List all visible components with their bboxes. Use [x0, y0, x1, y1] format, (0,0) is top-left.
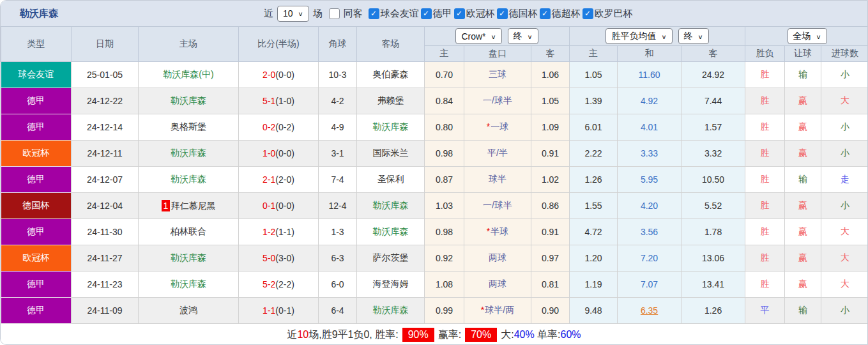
checkbox-checked-icon[interactable]: [421, 8, 432, 19]
handicap-value: 一/球半: [483, 200, 512, 210]
handicap-cell: 平/半: [464, 141, 531, 167]
league-filter-label: 德甲: [433, 8, 452, 20]
header-away: 客场: [357, 27, 425, 62]
league-badge: 欧冠杯: [1, 141, 72, 167]
avg-home-cell: 1.19: [570, 272, 618, 298]
result-handicap-cell: 输: [785, 298, 821, 324]
checkbox-checked-icon[interactable]: [497, 8, 508, 19]
avg-draw-value: 7.07: [641, 279, 658, 289]
checkbox-checked-icon[interactable]: [454, 8, 465, 19]
league-filter[interactable]: 德甲: [421, 8, 452, 20]
asterisk-icon: *: [481, 305, 484, 315]
big-value: 40%: [514, 329, 535, 341]
match-rows: 球会友谊 25-01-05 勒沃库森(中) 2-0(0-0) 10-3 奥伯豪森…: [1, 62, 868, 324]
avg-time-select[interactable]: 终: [678, 28, 709, 44]
checkbox-checked-icon[interactable]: [369, 8, 379, 19]
league-badge: 德甲: [1, 88, 72, 114]
score-cell: 5-2(2-2): [239, 272, 319, 298]
avg-value: 胜平负均值: [611, 31, 656, 42]
avg-select[interactable]: 胜平负均值: [605, 28, 672, 44]
asterisk-icon: *: [487, 121, 490, 132]
full-time-score: 0-1: [263, 201, 275, 211]
period-select[interactable]: 全场: [788, 28, 827, 44]
home-team-cell: 勒沃库森: [139, 88, 239, 114]
home-team: 勒沃库森: [171, 279, 206, 289]
avg-time-value: 终: [684, 31, 693, 42]
league-filter[interactable]: 球会友谊: [369, 8, 419, 20]
home-team-cell: 勒沃库森: [139, 272, 239, 298]
avg-away-cell: 3.32: [681, 141, 745, 167]
away-team: 海登海姆: [373, 279, 409, 289]
match-stats-widget: 勒沃库森 近 10 场 同客 球会友谊 德甲 欧冠杯 德国杯 德超杯 欧罗巴杯: [0, 0, 868, 345]
avg-draw-cell: 3.56: [618, 219, 681, 245]
league-filter[interactable]: 欧冠杯: [454, 8, 495, 20]
odds-home-cell: 0.98: [425, 219, 464, 245]
league-filter-label: 球会友谊: [381, 8, 419, 20]
avg-home-cell: 2.22: [570, 141, 618, 167]
away-team-cell: 奥伯豪森: [357, 62, 425, 88]
result-wl-cell: 胜: [745, 88, 785, 114]
avg-away-cell: 13.06: [681, 245, 745, 272]
score-cell: 2-1(2-0): [239, 167, 319, 193]
checkbox-checked-icon[interactable]: [582, 8, 593, 19]
bookmaker-time-select[interactable]: 终: [508, 28, 538, 44]
team-title: 勒沃库森: [20, 8, 58, 20]
away-team-cell: 海登海姆: [357, 272, 425, 298]
recent-count-select[interactable]: 10: [277, 6, 309, 22]
summary-prefix: 近: [287, 328, 297, 342]
score-cell: 1-0(0-0): [239, 141, 319, 167]
odds-away-cell: 1.09: [531, 114, 570, 141]
result-wl-cell: 胜: [745, 272, 785, 298]
home-team-cell: 1拜仁慕尼黑: [139, 193, 239, 219]
result-wl-cell: 胜: [745, 167, 785, 193]
league-filter[interactable]: 德超杯: [540, 8, 581, 20]
full-time-score: 1-0: [263, 148, 275, 158]
half-time-score: (1-1): [275, 227, 294, 237]
table-row: 德甲 24-11-09 波鸿 1-1(0-1) 6-4 勒沃库森 0.99 *球…: [1, 298, 868, 324]
single-label: 单率:: [535, 328, 561, 342]
half-time-score: (2-0): [275, 174, 294, 185]
away-team: 奥伯豪森: [373, 69, 409, 79]
league-badge: 德甲: [1, 219, 72, 245]
date-cell: 24-12-04: [72, 193, 139, 219]
recent-label: 近: [264, 8, 273, 20]
date-cell: 24-12-11: [72, 141, 139, 167]
league-filter[interactable]: 欧罗巴杯: [582, 8, 633, 20]
league-badge: 德甲: [1, 298, 72, 324]
avg-draw-value[interactable]: 6.35: [641, 305, 658, 316]
half-time-score: (1-0): [275, 96, 294, 106]
avg-draw-cell: 11.60: [618, 62, 681, 88]
filter-controls: 近 10 场 同客 球会友谊 德甲 欧冠杯 德国杯 德超杯 欧罗巴杯: [264, 6, 633, 22]
result-handicap-cell: 赢: [785, 193, 821, 219]
result-goals-cell: 大: [821, 219, 868, 245]
result-goals-cell: 小: [821, 298, 868, 324]
away-team: 圣保利: [377, 174, 404, 184]
league-badge: 德甲: [1, 272, 72, 298]
league-filter-group: 球会友谊 德甲 欧冠杯 德国杯 德超杯 欧罗巴杯: [367, 8, 633, 20]
checkbox-checked-icon[interactable]: [540, 8, 551, 19]
league-badge: 球会友谊: [1, 62, 72, 88]
period-value: 全场: [793, 31, 811, 42]
same-away-checkbox[interactable]: [329, 8, 340, 19]
score-cell: 0-1(0-0): [239, 193, 319, 219]
table-row: 德国杯 24-12-04 1拜仁慕尼黑 0-1(0-0) 12-4 勒沃库森 1…: [1, 193, 868, 219]
header-result-goals: 进球数: [821, 46, 868, 62]
corner-cell: 4-9: [319, 114, 357, 141]
bookmaker-select[interactable]: Crow*: [455, 28, 501, 44]
home-team-cell: 柏林联合: [139, 219, 239, 245]
home-team: 勒沃库森: [171, 95, 206, 105]
half-time-score: (2-2): [275, 279, 294, 289]
header-avg-away: 客: [681, 46, 745, 62]
result-wl-cell: 胜: [745, 219, 785, 245]
odds-away-cell: 0.90: [531, 298, 570, 324]
corner-cell: 6-4: [319, 298, 357, 324]
league-filter[interactable]: 德国杯: [497, 8, 538, 20]
avg-home-cell: 1.20: [570, 245, 618, 272]
avg-draw-value: 4.92: [641, 96, 658, 106]
handicap-cell: 球半: [464, 167, 531, 193]
league-badge: 德甲: [1, 114, 72, 141]
odds-home-cell: 0.92: [425, 245, 464, 272]
avg-away-cell: 1.78: [681, 219, 745, 245]
result-goals-cell: 小: [821, 193, 868, 219]
away-team-cell: 勒沃库森: [357, 219, 425, 245]
